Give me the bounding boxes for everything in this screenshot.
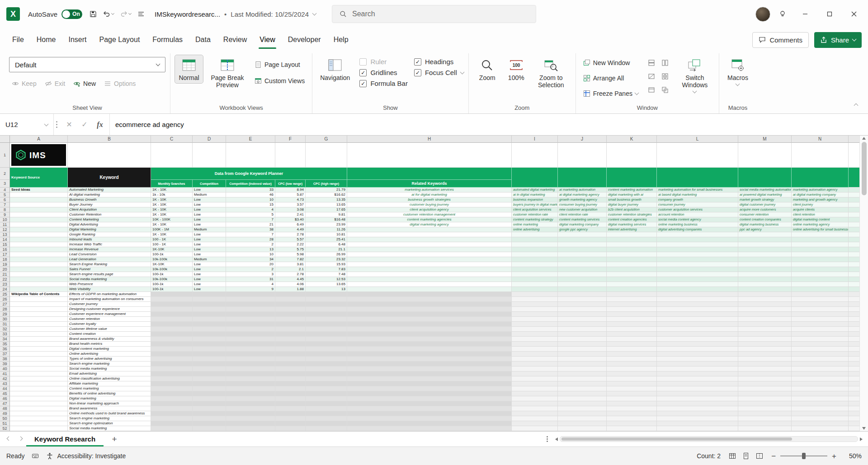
cell[interactable]: Automated Marketing	[68, 188, 151, 193]
cell[interactable]	[657, 401, 738, 406]
cell[interactable]	[306, 352, 347, 357]
cell[interactable]	[512, 411, 558, 416]
cell[interactable]: Low	[193, 207, 226, 212]
cell[interactable]	[347, 277, 512, 282]
cell[interactable]	[657, 297, 738, 302]
cell[interactable]	[738, 312, 792, 317]
cell[interactable]: ppc ad agency	[738, 227, 792, 232]
cell[interactable]	[226, 352, 275, 357]
cell-a1[interactable]: IMS	[10, 143, 68, 168]
cell[interactable]	[657, 267, 738, 272]
cell[interactable]	[347, 143, 512, 168]
cell[interactable]	[792, 232, 849, 237]
cell[interactable]	[657, 391, 738, 396]
cell[interactable]: ai digital marketing agency	[558, 193, 607, 197]
cell[interactable]: 1K - 10K	[151, 212, 193, 217]
cell[interactable]	[347, 391, 512, 396]
cell[interactable]	[226, 312, 275, 317]
cell[interactable]	[792, 352, 849, 357]
cell[interactable]	[347, 312, 512, 317]
cell[interactable]: Customer lifetime value	[68, 327, 151, 332]
cell[interactable]: content marketing agencies	[347, 217, 512, 222]
cell[interactable]: buyers journey in digital marketing	[512, 202, 558, 207]
cell[interactable]: Low	[193, 272, 226, 277]
cell[interactable]	[792, 337, 849, 342]
cell[interactable]	[657, 332, 738, 337]
cell[interactable]: $16.62	[306, 193, 347, 197]
cell[interactable]	[275, 406, 306, 411]
cell[interactable]: 13.65	[306, 282, 347, 287]
cell[interactable]: small business growth	[607, 197, 657, 202]
cell[interactable]	[738, 247, 792, 252]
cell[interactable]	[347, 252, 512, 257]
cell[interactable]	[738, 307, 792, 312]
cell[interactable]	[558, 272, 607, 277]
cell[interactable]	[306, 426, 347, 431]
new-window-button[interactable]: New Window	[580, 57, 641, 69]
cell[interactable]	[792, 386, 849, 391]
cell[interactable]: Web Visibility	[68, 287, 151, 292]
cell[interactable]	[792, 421, 849, 426]
cell[interactable]: google ppc agency	[558, 227, 607, 232]
cell[interactable]: 13.35	[306, 197, 347, 202]
cell[interactable]	[657, 322, 738, 327]
cell[interactable]	[151, 371, 193, 376]
cell[interactable]	[512, 332, 558, 337]
sheet-tab-keyword-research[interactable]: Keyword Research	[26, 432, 104, 446]
cell[interactable]	[558, 347, 607, 352]
cell[interactable]	[347, 416, 512, 421]
cell[interactable]: 1K - 10K	[151, 202, 193, 207]
cell[interactable]: Sales Funnel	[68, 267, 151, 272]
scroll-up-icon[interactable]	[862, 137, 866, 140]
cell[interactable]: 46	[226, 193, 275, 197]
cell[interactable]	[738, 267, 792, 272]
cell[interactable]	[607, 371, 657, 376]
cell[interactable]	[347, 347, 512, 352]
cell[interactable]	[275, 327, 306, 332]
cell[interactable]: client retention rate	[558, 212, 607, 217]
row-header-3[interactable]: 3	[0, 180, 10, 188]
cell[interactable]: 23.32	[306, 257, 347, 262]
cell[interactable]	[347, 297, 512, 302]
cell[interactable]: 100 - 1K	[151, 242, 193, 247]
cell-competition[interactable]: Competition	[193, 180, 226, 188]
file-menu-chevron-icon[interactable]	[312, 11, 317, 16]
cell[interactable]	[275, 332, 306, 337]
vertical-scroll-thumb[interactable]	[862, 142, 867, 195]
cell[interactable]	[193, 297, 226, 302]
ruler-checkbox[interactable]: Ruler	[359, 58, 408, 66]
arrange-all-button[interactable]: Arrange All	[580, 72, 641, 84]
cell[interactable]: 17.65	[306, 207, 347, 212]
custom-views-button[interactable]: Custom Views	[252, 75, 307, 87]
cell[interactable]	[607, 411, 657, 416]
cell[interactable]: 2.41	[275, 212, 306, 217]
cell[interactable]	[10, 262, 68, 267]
cell[interactable]	[306, 396, 347, 401]
row-header-22[interactable]: 22	[0, 277, 10, 282]
cell[interactable]	[151, 312, 193, 317]
cell[interactable]	[10, 342, 68, 347]
collapse-ribbon-button[interactable]	[850, 100, 862, 110]
cell[interactable]	[10, 193, 68, 197]
name-box-chevron-icon[interactable]	[44, 122, 49, 126]
cell[interactable]: ai for digital marketing	[347, 193, 512, 197]
cell[interactable]	[607, 391, 657, 396]
row-header-13[interactable]: 13	[0, 232, 10, 237]
cell[interactable]: Customer Retention	[68, 212, 151, 217]
column-header-k[interactable]: K	[607, 136, 657, 143]
cell[interactable]	[275, 143, 306, 168]
cell[interactable]	[558, 406, 607, 411]
cell[interactable]	[512, 168, 558, 188]
cell[interactable]	[347, 232, 512, 237]
cell[interactable]	[792, 357, 849, 362]
zoom-percentage[interactable]: 50%	[844, 452, 862, 460]
cell[interactable]	[512, 322, 558, 327]
row-header-52[interactable]: 52	[0, 426, 10, 431]
row-header-29[interactable]: 29	[0, 312, 10, 317]
zoom-slider-thumb[interactable]	[802, 453, 806, 459]
cell[interactable]: Customer loyalty	[68, 322, 151, 327]
cell[interactable]: 4.06	[275, 282, 306, 287]
cell[interactable]	[10, 202, 68, 207]
normal-view-shortcut-button[interactable]	[729, 452, 736, 460]
cell[interactable]	[347, 396, 512, 401]
